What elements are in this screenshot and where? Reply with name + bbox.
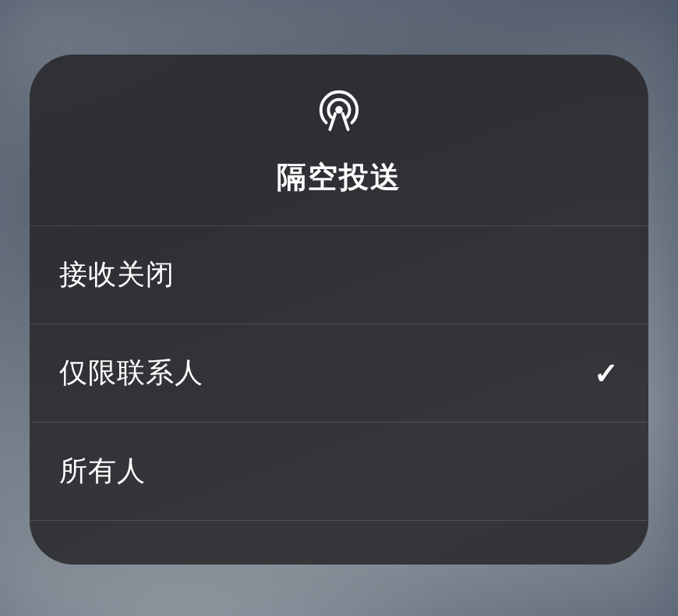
option-everyone[interactable]: 所有人 xyxy=(30,423,648,521)
option-label: 接收关闭 xyxy=(59,256,175,294)
modal-footer-space xyxy=(30,521,648,565)
svg-point-0 xyxy=(335,106,343,114)
option-label: 所有人 xyxy=(59,452,146,490)
airdrop-option-list: 接收关闭 仅限联系人 ✓ 所有人 xyxy=(30,226,648,521)
option-label: 仅限联系人 xyxy=(59,354,203,392)
option-contacts-only[interactable]: 仅限联系人 ✓ xyxy=(30,324,648,423)
airdrop-icon xyxy=(315,84,363,133)
option-receiving-off[interactable]: 接收关闭 xyxy=(30,226,648,324)
checkmark-icon: ✓ xyxy=(594,356,619,391)
modal-title: 隔空投送 xyxy=(277,158,401,197)
airdrop-settings-modal: 隔空投送 接收关闭 仅限联系人 ✓ 所有人 xyxy=(30,55,648,565)
modal-header: 隔空投送 xyxy=(30,55,648,226)
